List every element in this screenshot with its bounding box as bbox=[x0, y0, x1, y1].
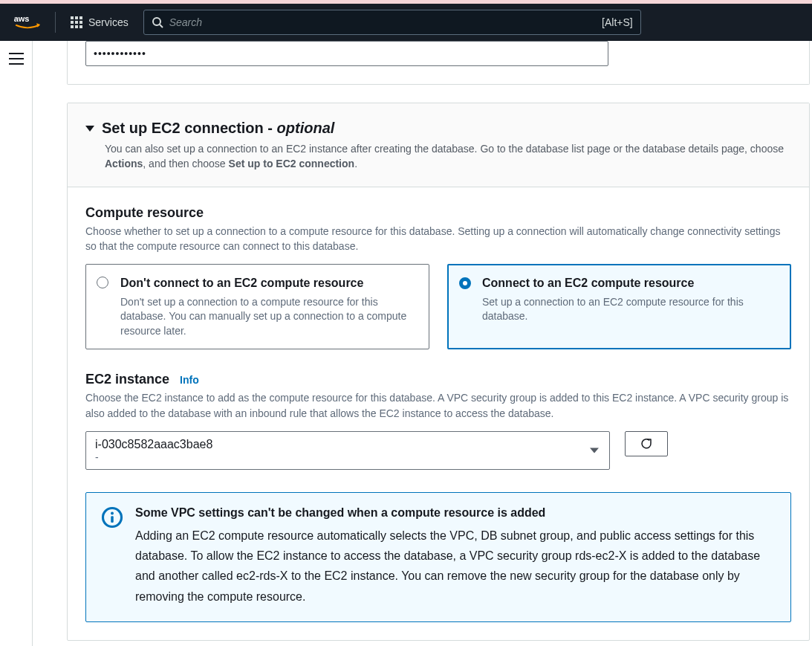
ec2-section-header: Set up EC2 connection - optional You can… bbox=[68, 103, 809, 187]
chevron-down-icon bbox=[85, 126, 94, 132]
refresh-icon bbox=[640, 437, 653, 450]
vpc-info-alert: Some VPC settings can't be changed when … bbox=[85, 492, 791, 622]
ec2-section-toggle[interactable]: Set up EC2 connection - optional bbox=[85, 120, 791, 137]
ec2-instance-select[interactable]: i-030c8582aaac3bae8 - bbox=[85, 431, 610, 470]
services-menu-button[interactable]: Services bbox=[63, 4, 136, 41]
global-search[interactable]: [Alt+S] bbox=[143, 10, 641, 35]
ec2-instance-info-link[interactable]: Info bbox=[180, 374, 199, 386]
ec2-section-title: Set up EC2 connection - optional bbox=[102, 120, 334, 137]
radio-icon bbox=[97, 277, 108, 288]
radio-icon bbox=[459, 277, 471, 289]
option-connect-title: Connect to an EC2 compute resource bbox=[482, 275, 779, 291]
svg-line-2 bbox=[160, 25, 163, 28]
info-icon bbox=[101, 506, 123, 529]
apps-grid-icon bbox=[71, 16, 82, 28]
ec2-section-title-dash: - bbox=[264, 120, 277, 136]
search-shortcut-hint: [Alt+S] bbox=[602, 16, 633, 28]
ec2-instance-selected-value: i-030c8582aaac3bae8 bbox=[95, 438, 584, 451]
ec2-instance-selected-sub: - bbox=[95, 451, 584, 463]
services-label: Services bbox=[88, 16, 129, 28]
expand-nav-button[interactable] bbox=[9, 53, 24, 65]
chevron-down-icon bbox=[590, 448, 599, 453]
svg-point-1 bbox=[153, 18, 160, 25]
option-dont-connect-title: Don't connect to an EC2 compute resource bbox=[120, 275, 417, 291]
vpc-alert-title: Some VPC settings can't be changed when … bbox=[135, 506, 776, 520]
aws-logo[interactable]: aws bbox=[7, 14, 48, 30]
option-connect[interactable]: Connect to an EC2 compute resource Set u… bbox=[447, 264, 791, 349]
compute-resource-options: Don't connect to an EC2 compute resource… bbox=[85, 264, 791, 349]
master-password-input[interactable] bbox=[85, 41, 608, 66]
option-connect-desc: Set up a connection to an EC2 compute re… bbox=[482, 295, 779, 324]
ec2-instance-field: EC2 instance Info Choose the EC2 instanc… bbox=[85, 372, 791, 470]
ec2-instance-help: Choose the EC2 instance to add as the co… bbox=[85, 390, 791, 421]
ec2-instance-label: EC2 instance bbox=[85, 372, 169, 387]
main-content-scroll[interactable]: Set up EC2 connection - optional You can… bbox=[33, 41, 812, 646]
refresh-instances-button[interactable] bbox=[625, 431, 668, 456]
ec2-connection-panel: Set up EC2 connection - optional You can… bbox=[67, 103, 810, 641]
compute-resource-heading: Compute resource bbox=[85, 205, 791, 221]
ec2-section-title-optional: optional bbox=[277, 120, 335, 136]
aws-global-header: aws Services [Alt+S] bbox=[0, 4, 812, 41]
ec2-section-title-main: Set up EC2 connection bbox=[102, 120, 264, 136]
credentials-panel-fragment bbox=[67, 41, 810, 85]
option-dont-connect-desc: Don't set up a connection to a compute r… bbox=[120, 295, 417, 339]
search-icon bbox=[152, 16, 163, 28]
svg-text:aws: aws bbox=[14, 14, 30, 23]
ec2-section-description: You can also set up a connection to an E… bbox=[105, 141, 791, 172]
svg-point-4 bbox=[111, 511, 114, 514]
search-input[interactable] bbox=[169, 16, 596, 28]
compute-resource-help: Choose whether to set up a connection to… bbox=[85, 224, 791, 254]
vpc-alert-body: Adding an EC2 compute resource automatic… bbox=[135, 526, 776, 607]
left-collapse-rail bbox=[0, 41, 33, 646]
option-dont-connect[interactable]: Don't connect to an EC2 compute resource… bbox=[85, 264, 429, 349]
svg-rect-5 bbox=[111, 516, 114, 523]
header-divider bbox=[55, 12, 56, 33]
